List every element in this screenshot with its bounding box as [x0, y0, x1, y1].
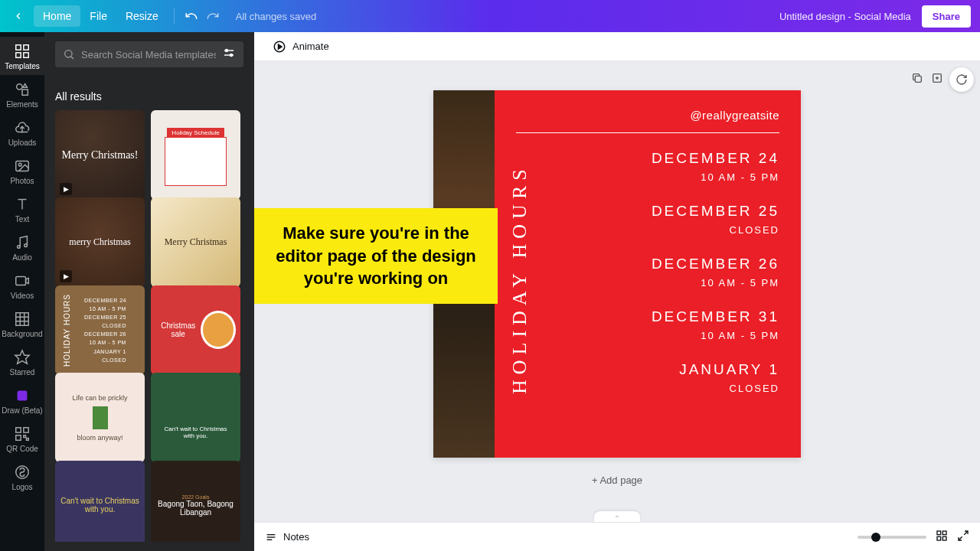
redo-button[interactable] — [202, 5, 224, 27]
svg-point-8 — [18, 163, 21, 166]
svg-line-47 — [964, 531, 968, 535]
undo-button[interactable] — [181, 5, 202, 27]
svg-point-12 — [24, 244, 28, 247]
photos-tab[interactable]: Photos — [0, 152, 44, 190]
qrcode-tab[interactable]: QR Code — [0, 419, 44, 458]
add-page-link[interactable]: + Add page — [433, 467, 801, 494]
starred-tab[interactable]: Starred — [0, 343, 44, 381]
template-thumb[interactable]: DECEMBER 24 10 AM - 5 PM DECEMBER 25 CLO… — [55, 285, 145, 375]
sidebar-label: Videos — [11, 292, 34, 300]
svg-marker-35 — [279, 44, 283, 49]
svg-rect-23 — [24, 428, 28, 432]
svg-marker-20 — [15, 350, 29, 364]
sidebar-label: QR Code — [6, 445, 38, 453]
star-icon — [14, 349, 31, 366]
uploads-tab[interactable]: Uploads — [0, 113, 44, 152]
svg-rect-5 — [22, 90, 28, 95]
add-page-button[interactable] — [931, 72, 943, 87]
template-thumb[interactable]: 2022 GoalsBagong Taon, Bagong Libangan — [151, 461, 240, 542]
template-grid[interactable]: ▶ ▶ DECEMBER 24 10 AM - 5 PM DECEMBER 25… — [55, 110, 243, 542]
template-thumb[interactable]: Can't wait to Christmas with you. — [55, 461, 145, 542]
svg-line-29 — [71, 57, 74, 59]
template-thumb[interactable]: Christmas sale — [151, 285, 240, 375]
template-thumb[interactable]: ▶ — [55, 197, 145, 287]
canvas-date[interactable]: DECEMBER 25 — [516, 203, 779, 220]
canvas-date[interactable]: JANUARY 1 — [516, 361, 779, 378]
notes-icon — [265, 531, 277, 543]
section-title: All results — [55, 90, 243, 103]
save-status: All changes saved — [236, 11, 317, 22]
search-input[interactable] — [81, 49, 216, 60]
page-controls — [911, 72, 943, 87]
templates-icon — [14, 43, 31, 60]
template-thumb[interactable]: Can't wait to Christmas with you. — [151, 373, 240, 462]
text-tab[interactable]: Text — [0, 190, 44, 228]
svg-rect-13 — [16, 277, 26, 285]
resize-menu[interactable]: Resize — [116, 5, 168, 27]
notes-button[interactable]: Notes — [265, 531, 309, 543]
animate-button[interactable]: Animate — [266, 37, 335, 57]
uploads-icon — [14, 119, 31, 136]
videos-icon — [14, 272, 31, 289]
left-sidebar: Templates Elements Uploads Photos Text A… — [0, 32, 44, 551]
elements-tab[interactable]: Elements — [0, 75, 44, 113]
svg-rect-15 — [16, 313, 29, 326]
svg-point-28 — [65, 51, 72, 57]
template-thumb[interactable]: ▶ — [55, 110, 145, 200]
sidebar-label: Uploads — [8, 139, 37, 147]
templates-tab[interactable]: Templates — [0, 37, 44, 75]
duplicate-page-button[interactable] — [911, 72, 923, 87]
regenerate-button[interactable] — [949, 67, 974, 92]
draw-icon — [14, 387, 31, 404]
zoom-handle[interactable] — [871, 533, 880, 542]
share-button[interactable]: Share — [922, 5, 971, 28]
canvas-vertical-title[interactable]: HOLIDAY HOURS — [508, 164, 531, 436]
svg-point-4 — [17, 84, 22, 90]
template-thumb[interactable] — [151, 197, 240, 287]
expand-icon — [957, 530, 969, 542]
svg-rect-25 — [24, 435, 26, 438]
file-menu[interactable]: File — [80, 5, 116, 27]
search-icon — [63, 48, 75, 60]
audio-tab[interactable]: Audio — [0, 228, 44, 266]
svg-rect-45 — [937, 536, 941, 540]
audio-icon — [14, 234, 31, 251]
canvas-handle-text[interactable]: @reallygreatsite — [516, 109, 779, 122]
document-title[interactable]: Untitled design - Social Media — [779, 11, 911, 22]
svg-point-32 — [226, 50, 228, 52]
canvas-date[interactable]: DECEMBER 26 — [516, 256, 779, 272]
canvas-date[interactable]: DECEMBER 31 — [516, 308, 779, 325]
template-thumb[interactable]: Life can be pricklybloom anyway! — [55, 373, 145, 462]
sidebar-label: Photos — [10, 177, 34, 185]
videos-tab[interactable]: Videos — [0, 266, 44, 305]
qrcode-icon — [14, 425, 31, 442]
canvas-time[interactable]: 10 AM - 5 PM — [516, 171, 779, 183]
back-button[interactable] — [9, 7, 28, 25]
svg-rect-1 — [24, 45, 28, 50]
template-thumb[interactable] — [151, 110, 240, 200]
background-icon — [14, 311, 31, 328]
canvas-time[interactable]: CLOSED — [516, 224, 779, 236]
canvas-date[interactable]: DECEMBER 24 — [516, 150, 779, 167]
sidebar-label: Text — [15, 215, 29, 223]
canvas-time[interactable]: 10 AM - 5 PM — [516, 330, 779, 341]
sidebar-label: Audio — [12, 253, 32, 262]
background-tab[interactable]: Background — [0, 305, 44, 343]
home-button[interactable]: Home — [34, 5, 80, 27]
zoom-slider[interactable] — [858, 536, 926, 539]
grid-view-button[interactable] — [936, 530, 948, 544]
pager-tab[interactable] — [594, 511, 640, 522]
canvas-time[interactable]: 10 AM - 5 PM — [516, 277, 779, 289]
logos-tab[interactable]: Logos — [0, 458, 44, 496]
sidebar-label: Elements — [6, 100, 38, 109]
top-menu-bar: Home File Resize All changes saved Untit… — [0, 0, 980, 32]
svg-rect-43 — [937, 531, 941, 535]
svg-rect-36 — [915, 76, 921, 82]
fullscreen-button[interactable] — [957, 530, 969, 544]
sidebar-label: Logos — [11, 483, 32, 491]
canvas-time[interactable]: CLOSED — [516, 383, 779, 394]
draw-tab[interactable]: Draw (Beta) — [0, 381, 44, 419]
svg-rect-22 — [16, 428, 21, 432]
svg-rect-46 — [942, 536, 946, 540]
filter-button[interactable] — [222, 46, 236, 63]
